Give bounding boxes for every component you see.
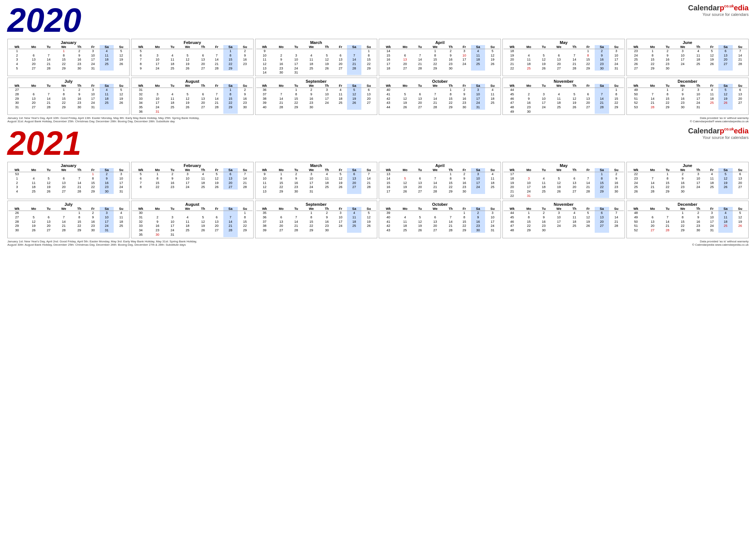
month-title-august-2020: August xyxy=(132,79,252,84)
footer-line1-2020: January 1st: New Year's Day, April 10th:… xyxy=(7,116,199,120)
month-title-november-2021: November xyxy=(504,202,623,207)
month-title-april-2021: April xyxy=(380,163,500,168)
footer-right-line1-2020: Data provided 'as is' without warranty xyxy=(690,116,749,120)
footer-right-2020: Data provided 'as is' without warranty ©… xyxy=(690,116,749,123)
header-2021: 2021 Calendarpco.ukedia Your source for … xyxy=(7,127,749,160)
footer-2020: January 1st: New Year's Day, April 10th:… xyxy=(7,116,749,123)
brand-tagline: Your source for calendars xyxy=(688,12,749,17)
month-title-september-2021: September xyxy=(256,202,376,207)
month-june-2021: June WkMoTuWeThFrSaSu 22123456 237891011… xyxy=(626,162,749,199)
month-title-july-2021: July xyxy=(8,202,128,207)
month-july-2020: July WkMoTuWeThFrSaSu 2712345 2867891011… xyxy=(7,78,130,115)
month-title-may-2021: May xyxy=(504,163,623,168)
month-april-2020: April WkMoTuWeThFrSaSu 1412345 156789101… xyxy=(379,39,501,76)
calendar-grid-2021-bottom: July WkMoTuWeThFrSaSu 261234 27567891011… xyxy=(7,201,749,238)
month-title-february-2021: February xyxy=(132,163,252,168)
footer-line2-2021: August 30th: August Bank Holiday, Decemb… xyxy=(7,243,197,246)
month-title-march-2020: March xyxy=(256,40,376,45)
calendar-grid-2021-top: January WkMoTuWeThFrSaSu 53123 145678910… xyxy=(7,162,749,199)
month-title-october-2020: October xyxy=(380,79,500,84)
footer-right-line1-2021: Data provided 'as is' without warranty xyxy=(692,240,749,243)
month-august-2021: August WkMoTuWeThFrSaSu 301 312345678 32… xyxy=(131,201,253,238)
month-title-january-2021: January xyxy=(8,163,128,168)
footer-2021: January 1st: New Year's Day, April 2nd: … xyxy=(7,240,749,246)
footer-line2-2020: August 31st: August Bank Holiday, Decemb… xyxy=(7,120,199,123)
month-may-2020: May WkMoTuWeThFrSaSu 18123 1945678910 20… xyxy=(502,39,625,76)
month-february-2021: February WkMoTuWeThFrSaSu 51234567 68910… xyxy=(131,162,253,199)
calendar-grid-2020-bottom: July WkMoTuWeThFrSaSu 2712345 2867891011… xyxy=(7,78,749,115)
month-july-2021: July WkMoTuWeThFrSaSu 261234 27567891011… xyxy=(7,201,130,238)
month-title-october-2021: October xyxy=(380,202,500,207)
month-title-march-2021: March xyxy=(256,163,376,168)
month-december-2021: December WkMoTuWeThFrSaSu 4812345 496789… xyxy=(626,201,749,238)
month-january-2021: January WkMoTuWeThFrSaSu 53123 145678910… xyxy=(7,162,130,199)
month-title-september-2020: September xyxy=(256,79,376,84)
brand-pedia-2021: pco.ukedia xyxy=(720,127,749,135)
month-august-2020: August WkMoTuWeThFrSaSu 3112 323456789 3… xyxy=(131,78,253,115)
footer-line1-2021: January 1st: New Year's Day, April 2nd: … xyxy=(7,240,197,243)
month-title-august-2021: August xyxy=(132,202,252,207)
month-february-2020: February WkMoTuWeThFrSaSu 512 63456789 7… xyxy=(131,39,253,76)
brand-logo-2021: Calendarpco.ukedia Your source for calen… xyxy=(688,127,749,140)
footer-right-line2-2021: © Calendarpedia www.calendarpedia.co.uk xyxy=(692,243,749,246)
month-september-2021: September WkMoTuWeThFrSaSu 3512345 36678… xyxy=(255,201,377,238)
sa-header: Sa xyxy=(100,45,114,49)
footer-notes-2020: January 1st: New Year's Day, April 10th:… xyxy=(7,116,199,123)
th-header: Th xyxy=(72,45,86,49)
month-title-november-2020: November xyxy=(504,79,623,84)
fr-header: Fr xyxy=(86,45,100,49)
header-2020: 2020 Calendarpco.ukedia Your source for … xyxy=(7,4,749,37)
brand-pedia: pco.ukedia xyxy=(720,4,749,12)
tu-header: Tu xyxy=(42,45,55,49)
brand-name-2021: Calendarpco.ukedia xyxy=(688,127,749,135)
month-title-may-2020: May xyxy=(504,40,623,45)
brand-logo: Calendarpco.ukedia Your source for calen… xyxy=(688,4,749,17)
month-title-january-2020: January xyxy=(8,40,128,45)
month-title-december-2021: December xyxy=(628,202,748,207)
year-2020-title: 2020 xyxy=(7,4,81,37)
month-november-2021: November WkMoTuWeThFrSaSu 441234567 4589… xyxy=(502,201,625,238)
month-november-2020: November WkMoTuWeThFrSaSu 441 452345678 … xyxy=(502,78,625,115)
month-december-2020: December WkMoTuWeThFrSaSu 49123456 50789… xyxy=(626,78,749,115)
month-october-2021: October WkMoTuWeThFrSaSu 39123 404567891… xyxy=(379,201,501,238)
month-may-2021: May WkMoTuWeThFrSaSu 1712 183456789 1910… xyxy=(502,162,625,199)
year-2021-title: 2021 xyxy=(7,127,81,160)
month-title-july-2020: July xyxy=(8,79,128,84)
mo-header: Mo xyxy=(25,45,42,49)
month-june-2020: June WkMoTuWeThFrSaSu 231234567 24891011… xyxy=(626,39,749,76)
month-title-june-2021: June xyxy=(628,163,748,168)
footer-notes-2021: January 1st: New Year's Day, April 2nd: … xyxy=(7,240,197,246)
brand-tagline-2021: Your source for calendars xyxy=(688,135,749,140)
footer-right-2021: Data provided 'as is' without warranty ©… xyxy=(692,240,749,246)
month-january-2020: January Wk Mo Tu We Th Fr Sa Su 112345 xyxy=(7,39,130,76)
calendar-grid-2020-top: January Wk Mo Tu We Th Fr Sa Su 112345 xyxy=(7,39,749,76)
month-march-2021: March WkMoTuWeThFrSaSu 91234567 10891011… xyxy=(255,162,377,199)
year-2021-section: 2021 Calendarpco.ukedia Your source for … xyxy=(7,127,749,246)
month-title-june-2020: June xyxy=(628,40,748,45)
month-march-2020: March WkMoTuWeThFrSaSu 91 102345678 1191… xyxy=(255,39,377,76)
brand-name: Calendarpco.ukedia xyxy=(688,4,749,12)
wk-header: Wk xyxy=(8,45,25,49)
we-header: We xyxy=(55,45,72,49)
month-october-2020: October WkMoTuWeThFrSaSu 401234 41567891… xyxy=(379,78,501,115)
month-title-april-2020: April xyxy=(380,40,500,45)
year-2020-section: 2020 Calendarpco.ukedia Your source for … xyxy=(7,4,749,123)
footer-right-line2-2020: © Calendarpedia® www.calendarpedia.co.uk xyxy=(690,120,749,123)
month-september-2020: September WkMoTuWeThFrSaSu 36123456 3778… xyxy=(255,78,377,115)
su-header: Su xyxy=(114,45,128,49)
month-title-december-2020: December xyxy=(628,79,748,84)
month-title-february-2020: February xyxy=(132,40,252,45)
month-april-2021: April WkMoTuWeThFrSaSu 131234 1456789101… xyxy=(379,162,501,199)
